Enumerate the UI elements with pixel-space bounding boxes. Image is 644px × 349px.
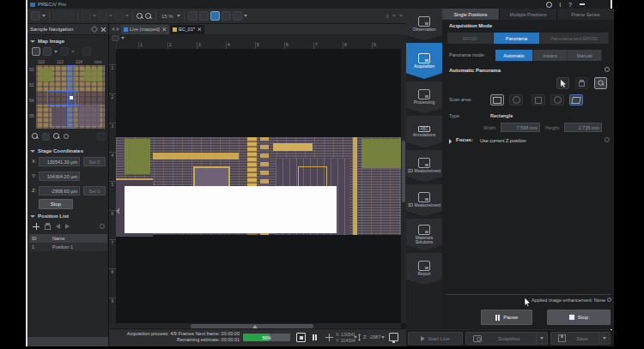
tab-frame-series[interactable]: Frame Series: [557, 9, 614, 20]
layout-split-icon[interactable]: [199, 11, 209, 21]
minimize-icon[interactable]: [580, 3, 585, 5]
add-position-icon[interactable]: [33, 223, 39, 230]
toolbar-overflow-icon[interactable]: [399, 15, 403, 17]
layout-dropdown-icon[interactable]: [244, 15, 247, 17]
tab-scroll-right-icon[interactable]: [117, 27, 120, 31]
focus-expander-icon[interactable]: [449, 139, 452, 144]
focus-settings-gear-icon[interactable]: [605, 137, 610, 142]
select-tool-icon[interactable]: [82, 11, 91, 21]
settings-icon[interactable]: [546, 2, 552, 8]
acquire-image-icon[interactable]: [31, 11, 40, 21]
nav-annotations[interactable]: ABC Annotations: [406, 116, 442, 147]
copy-dropdown-icon[interactable]: [109, 15, 112, 17]
scan-area-frames-icon[interactable]: [532, 94, 545, 105]
nav-2d-measurement[interactable]: 2D Measurement: [406, 150, 442, 182]
layout-single-icon[interactable]: [188, 11, 197, 21]
width-field[interactable]: 7.568 mm: [501, 123, 540, 132]
save-button[interactable]: Save: [550, 332, 611, 345]
panorama-settings-gear-icon[interactable]: [605, 67, 610, 72]
next-position-icon[interactable]: [65, 224, 70, 229]
layout-overview-icon[interactable]: [210, 11, 220, 21]
y-coordinate-field[interactable]: 104304.20 µm: [39, 171, 80, 181]
view-options-dropdown-icon[interactable]: [121, 37, 125, 39]
tab-document[interactable]: EC_01*: [170, 25, 204, 34]
map-zoom-settings-icon[interactable]: [64, 134, 69, 139]
view-options-icon[interactable]: [112, 35, 119, 41]
target-dropdown-icon[interactable]: [71, 51, 75, 53]
scan-area-ellipse-icon[interactable]: [509, 94, 523, 105]
map-zoom-out-icon[interactable]: [32, 133, 39, 140]
stop-button[interactable]: Stop: [547, 310, 611, 325]
mode-panorama-button[interactable]: Panorama: [494, 33, 540, 44]
counter-dropdown-icon[interactable]: [392, 15, 396, 17]
tab-live-mapped[interactable]: Live (mapped): [121, 25, 169, 34]
collapse-left-panel-icon[interactable]: [116, 208, 119, 214]
map-image-thumbnail[interactable]: [36, 65, 105, 129]
enhancement-info-icon[interactable]: [607, 298, 611, 302]
nav-report[interactable]: Report: [406, 253, 442, 285]
pointer-tool-icon[interactable]: [556, 77, 569, 89]
table-row[interactable]: 1 Position 1: [29, 243, 107, 252]
tab-single-positions[interactable]: Single Positions: [442, 9, 499, 20]
tab-scroll-left-icon[interactable]: [112, 27, 115, 31]
position-list-section-header[interactable]: Position List: [30, 214, 69, 219]
zoom-out-icon[interactable]: [137, 13, 143, 20]
help-icon[interactable]: ?: [568, 2, 572, 8]
nav-3d-measurement[interactable]: 3D Measurement: [406, 184, 442, 216]
refresh-dropdown-icon[interactable]: [54, 51, 58, 53]
info-icon[interactable]: i: [560, 2, 562, 8]
map-zoom-in-icon[interactable]: [53, 133, 60, 140]
scan-area-clock-icon[interactable]: [550, 94, 564, 105]
pano-manual-button[interactable]: Manual: [568, 50, 602, 61]
target-icon[interactable]: [60, 47, 69, 56]
zoom-level-value[interactable]: 15 %: [161, 14, 173, 19]
z-coordinate-field[interactable]: -2908.60 µm: [39, 186, 80, 196]
stage-map-icon[interactable]: [32, 47, 40, 56]
select-dropdown-icon[interactable]: [93, 15, 96, 17]
z-readout[interactable]: Z: -2987: [363, 334, 380, 340]
expand-bottom-icon[interactable]: [252, 325, 258, 328]
snapshot-button[interactable]: Snapshot: [465, 332, 548, 345]
z-dropdown-icon[interactable]: [381, 336, 385, 339]
delete-scan-area-icon[interactable]: [575, 77, 588, 89]
x-set-zero-button[interactable]: Set 0: [83, 157, 106, 166]
nav-materials-solutions[interactable]: Materials Solutions: [406, 219, 442, 250]
acquire-dropdown-icon[interactable]: [42, 15, 46, 17]
layout-more-icon[interactable]: [233, 11, 242, 21]
snapshot-dropdown[interactable]: [536, 333, 547, 344]
scan-area-rectangle-icon[interactable]: [490, 94, 504, 105]
height-field[interactable]: 2.735 mm: [564, 123, 602, 132]
x-coordinate-field[interactable]: 130541.30 µm: [39, 157, 80, 166]
stage-move-icon[interactable]: [325, 334, 333, 341]
map-options-icon[interactable]: [82, 47, 91, 56]
stage-xy-readout[interactable]: X: 130541 Y: 104304: [336, 332, 355, 343]
start-live-button[interactable]: Start Live: [408, 332, 463, 345]
copy-tool-icon[interactable]: [98, 11, 107, 21]
layout-compare-icon[interactable]: [222, 11, 231, 21]
save-dropdown[interactable]: [598, 333, 610, 344]
pano-automatic-button[interactable]: Automatic: [495, 50, 533, 61]
map-extra-icon[interactable]: [97, 132, 106, 141]
fit-to-view-icon[interactable]: [42, 133, 50, 141]
zoom-level-dropdown-icon[interactable]: [177, 15, 180, 17]
scan-area-polygon-icon[interactable]: [569, 94, 583, 105]
pano-instant-button[interactable]: Instant: [533, 50, 568, 61]
nav-acquisition[interactable]: Acquisition: [406, 43, 442, 79]
stage-stop-button[interactable]: Stop: [39, 199, 73, 209]
magnifier-settings-icon[interactable]: [594, 77, 607, 89]
close-tab-icon[interactable]: [197, 27, 201, 31]
map-image-section-header[interactable]: Map Image: [30, 39, 64, 44]
paste-dropdown-icon[interactable]: [125, 15, 129, 17]
image-canvas[interactable]: [116, 49, 401, 323]
paste-tool-icon[interactable]: [114, 11, 124, 21]
mode-efi3d-button[interactable]: EFI/3D: [447, 33, 494, 44]
redo-icon[interactable]: [64, 11, 74, 21]
pin-icon[interactable]: [91, 26, 98, 33]
delete-position-icon[interactable]: [45, 223, 51, 230]
position-list-settings-icon[interactable]: [100, 224, 105, 229]
zoom-in-icon[interactable]: [145, 13, 152, 20]
xy-dropdown-icon[interactable]: [354, 336, 357, 339]
stop-acquisition-icon[interactable]: [296, 333, 306, 342]
close-panel-icon[interactable]: [100, 27, 106, 32]
display-settings-icon[interactable]: [389, 333, 398, 341]
